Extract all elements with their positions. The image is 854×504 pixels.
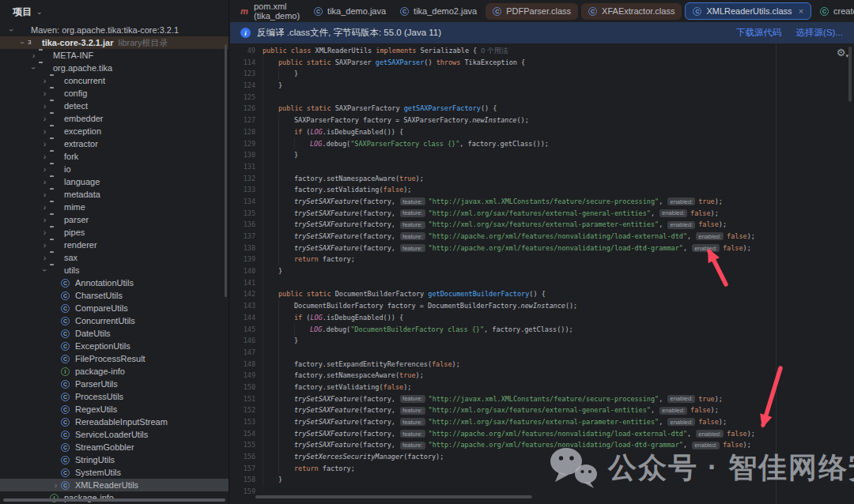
code-line-154[interactable]: 154trySetSAXFeature(factory, feature:"ht… <box>230 428 854 440</box>
chevron-closed-icon[interactable]: › <box>40 127 50 135</box>
code-line-144[interactable]: 144if (LOG.isDebugEnabled()) { <box>230 312 854 324</box>
chevron-closed-icon[interactable]: › <box>40 165 50 173</box>
tree-item-metadata[interactable]: ›metadata <box>0 188 229 201</box>
chevron-open-icon[interactable]: › <box>8 25 16 36</box>
code-line-151[interactable]: 151trySetSAXFeature(factory, feature:"ht… <box>230 393 854 405</box>
chevron-open-icon[interactable]: › <box>30 63 38 73</box>
chevron-closed-icon[interactable]: › <box>40 89 50 97</box>
tree-item-fileprocessresult[interactable]: CFileProcessResult <box>0 352 229 365</box>
tree-item-stringutils[interactable]: CStringUtils <box>0 453 229 466</box>
project-panel-header[interactable]: 项目 ⌄ <box>0 0 229 24</box>
tree-item-package-info[interactable]: Ipackage-info <box>0 491 229 504</box>
code-line-138[interactable]: 138trySetSAXFeature(factory, feature:"ht… <box>230 243 854 254</box>
tab-xmlreaderutils-class[interactable]: CXMLReaderUtils.class× <box>685 2 811 20</box>
tree-item-concurrentutils[interactable]: CConcurrentUtils <box>0 314 229 327</box>
tree-item-utils[interactable]: ›utils <box>0 264 229 276</box>
chevron-closed-icon[interactable]: › <box>40 102 50 110</box>
tree-item-io[interactable]: ›io <box>0 163 229 175</box>
chevron-closed-icon[interactable]: › <box>40 241 50 249</box>
code-line-123[interactable]: 123} <box>230 68 854 80</box>
code-line-143[interactable]: 143DocumentBuilderFactory factory = Docu… <box>230 300 854 312</box>
tree-item-regexutils[interactable]: CRegexUtils <box>0 403 229 416</box>
download-sources-link[interactable]: 下载源代码 <box>736 27 782 39</box>
tab-xfaextractor-class[interactable]: CXFAExtractor.class <box>581 3 682 20</box>
code-line-152[interactable]: 152trySetSAXFeature(factory, feature:"ht… <box>230 404 854 416</box>
code-line-149[interactable]: 149factory.setNamespaceAware(true); <box>230 370 854 382</box>
close-icon[interactable]: × <box>799 6 803 16</box>
chevron-closed-icon[interactable]: › <box>40 140 50 148</box>
code-line-158[interactable]: 158} <box>230 474 854 486</box>
tab-create-pdf-java[interactable]: Ccreate_pdf.java <box>813 0 854 22</box>
tree-item-rereadableinputstream[interactable]: CRereadableInputStream <box>0 416 229 428</box>
code-line-136[interactable]: 136trySetSAXFeature(factory, feature:"ht… <box>230 219 854 231</box>
chevron-closed-icon[interactable]: › <box>40 203 50 211</box>
code-line-142[interactable]: 142public static DocumentBuilderFactory … <box>230 288 854 300</box>
tab-pom-xml-tika-demo-[interactable]: mpom.xml (tika_demo) <box>233 0 307 22</box>
editor-vertical-scrollbar[interactable] <box>848 47 852 102</box>
tree-vertical-scrollbar[interactable] <box>225 44 227 297</box>
code-line-141[interactable]: 141 <box>230 277 854 289</box>
tab-tika-demo-java[interactable]: Ctika_demo.java <box>307 0 393 22</box>
code-line-49[interactable]: 49public class XMLReaderUtils implements… <box>230 45 854 57</box>
tree-item-fork[interactable]: ›fork <box>0 150 229 163</box>
chevron-closed-icon[interactable]: › <box>40 178 50 186</box>
chevron-closed-icon[interactable]: › <box>51 481 61 489</box>
tree-item-systemutils[interactable]: CSystemUtils <box>0 466 229 479</box>
code-line-125[interactable]: 125 <box>230 92 854 103</box>
tree-item-tika-core-3-2-1-jar[interactable]: ›tika-core-3.2.1.jarlibrary根目录 <box>0 36 229 49</box>
code-line-155[interactable]: 155trySetSAXFeature(factory, feature:"ht… <box>230 439 854 451</box>
tab-pdfparser-class[interactable]: CPDFParser.class <box>486 3 578 20</box>
chevron-open-icon[interactable]: › <box>19 38 27 48</box>
tree-horizontal-scrollbar[interactable] <box>3 498 225 502</box>
code-line-127[interactable]: 127SAXParserFactory factory = SAXParserF… <box>230 115 854 126</box>
tree-item-package-info[interactable]: Ipackage-info <box>0 365 229 378</box>
chevron-closed-icon[interactable]: › <box>28 51 39 59</box>
choose-sources-link[interactable]: 选择源(S)... <box>796 27 843 39</box>
code-line-124[interactable]: 124} <box>230 80 854 92</box>
code-line-129[interactable]: 129LOG.debug("SAXParserFactory class {}"… <box>230 138 854 150</box>
chevron-closed-icon[interactable]: › <box>40 190 50 198</box>
code-line-130[interactable]: 130} <box>230 149 854 161</box>
chevron-closed-icon[interactable]: › <box>40 152 50 160</box>
tree-item-language[interactable]: ›language <box>0 175 229 188</box>
tree-item-parser[interactable]: ›parser <box>0 213 229 226</box>
code-line-126[interactable]: 126public static SAXParserFactory getSAX… <box>230 103 854 115</box>
tree-item-exceptionutils[interactable]: CExceptionUtils <box>0 340 229 352</box>
tree-item-exception[interactable]: ›exception <box>0 125 229 137</box>
code-line-140[interactable]: 140} <box>230 265 854 277</box>
code-line-157[interactable]: 157return factory; <box>230 463 854 475</box>
tree-item-processutils[interactable]: CProcessUtils <box>0 390 229 403</box>
code-line-133[interactable]: 133factory.setValidating(false); <box>230 184 854 196</box>
code-line-153[interactable]: 153trySetSAXFeature(factory, feature:"ht… <box>230 416 854 428</box>
editor-horizontal-scrollbar[interactable] <box>255 495 532 498</box>
tree-item-extractor[interactable]: ›extractor <box>0 137 229 150</box>
tree-item-xmlreaderutils[interactable]: ›CXMLReaderUtils <box>0 479 229 491</box>
tree-item-embedder[interactable]: ›embedder <box>0 112 229 125</box>
tree-item-streamgobbler[interactable]: CStreamGobbler <box>0 441 229 453</box>
tree-item-config[interactable]: ›config <box>0 87 229 100</box>
code-line-146[interactable]: 146} <box>230 335 854 347</box>
code-line-128[interactable]: 128if (LOG.isDebugEnabled()) { <box>230 126 854 138</box>
code-line-148[interactable]: 148factory.setExpandEntityReferences(fal… <box>230 359 854 370</box>
code-line-131[interactable]: 131 <box>230 161 854 173</box>
tree-item-annotationutils[interactable]: CAnnotationUtils <box>0 276 229 289</box>
tree-item-maven-org-apache-tika-tika-core-3-2-1[interactable]: ›Maven: org.apache.tika:tika-core:3.2.1 <box>0 24 229 36</box>
code-line-150[interactable]: 150factory.setValidating(false); <box>230 382 854 393</box>
code-editor[interactable]: 49public class XMLReaderUtils implements… <box>230 43 854 504</box>
code-line-114[interactable]: 114public static SAXParser getSAXParser(… <box>230 57 854 69</box>
tree-item-dateutils[interactable]: CDateUtils <box>0 327 229 340</box>
tree-item-renderer[interactable]: ›renderer <box>0 239 229 251</box>
code-line-139[interactable]: 139return factory; <box>230 254 854 265</box>
code-line-147[interactable]: 147 <box>230 347 854 359</box>
chevron-closed-icon[interactable]: › <box>40 228 50 236</box>
tree-item-org-apache-tika[interactable]: ›org.apache.tika <box>0 62 229 74</box>
code-line-132[interactable]: 132factory.setNamespaceAware(true); <box>230 173 854 185</box>
tab-tika-demo2-java[interactable]: Ctika_demo2.java <box>393 0 484 22</box>
tree-item-sax[interactable]: ›sax <box>0 251 229 264</box>
code-line-137[interactable]: 137trySetSAXFeature(factory, feature:"ht… <box>230 231 854 243</box>
editor-settings-gear-icon[interactable]: ⚙▾ <box>837 47 848 59</box>
tree-item-detect[interactable]: ›detect <box>0 100 229 112</box>
chevron-closed-icon[interactable]: › <box>40 115 50 122</box>
code-line-135[interactable]: 135trySetSAXFeature(factory, feature:"ht… <box>230 208 854 220</box>
chevron-closed-icon[interactable]: › <box>40 216 50 224</box>
